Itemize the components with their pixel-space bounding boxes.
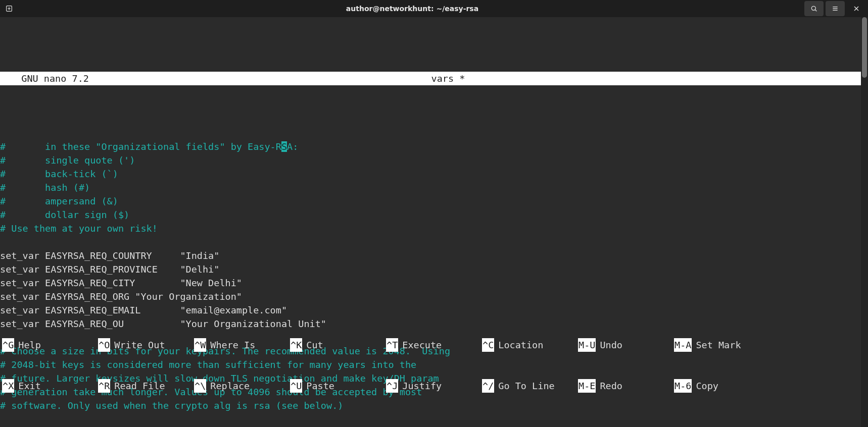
editor-line: set_var EASYRSA_REQ_ORG "Your Organizati…: [0, 290, 868, 303]
nano-shortcut: ^/Go To Line: [482, 379, 578, 393]
shortcut-key: ^K: [290, 338, 302, 352]
shortcut-key: M-A: [674, 338, 692, 352]
nano-shortcut: M-ASet Mark: [674, 338, 770, 352]
new-tab-button[interactable]: [0, 1, 18, 16]
editor-line: set_var EASYRSA_REQ_CITY "New Delhi": [0, 276, 868, 290]
nano-shortcut: M-ERedo: [578, 379, 674, 393]
nano-shortcut: ^WWhere Is: [194, 338, 290, 352]
nano-file-name: vars *: [28, 72, 868, 85]
nano-shortcut: ^TExecute: [386, 338, 482, 352]
nano-shortcut: ^\Replace: [194, 379, 290, 393]
shortcut-desc: Read File: [114, 379, 165, 393]
nano-shortcut: ^XExit: [2, 379, 98, 393]
shortcut-desc: Redo: [600, 379, 622, 393]
svg-line-4: [815, 10, 816, 11]
nano-shortcut: ^RRead File: [98, 379, 194, 393]
close-window-button[interactable]: [847, 1, 866, 16]
nano-shortcut: ^GHelp: [2, 338, 98, 352]
shortcut-key: ^T: [386, 338, 398, 352]
nano-header-bar: GNU nano 7.2 vars *: [0, 72, 868, 85]
editor-line: # Use them at your own risk!: [0, 222, 868, 235]
scrollbar-track[interactable]: [861, 17, 868, 427]
scrollbar-thumb[interactable]: [862, 17, 867, 78]
shortcut-key: ^/: [482, 379, 494, 393]
shortcut-key: ^J: [386, 379, 398, 393]
shortcut-key: ^X: [2, 379, 14, 393]
shortcut-desc: Write Out: [114, 338, 165, 352]
nano-shortcut: ^KCut: [290, 338, 386, 352]
search-icon: [810, 5, 818, 13]
shortcut-desc: Justify: [402, 379, 442, 393]
editor-line: # single quote ('): [0, 153, 868, 167]
editor-line: set_var EASYRSA_REQ_COUNTRY "India": [0, 249, 868, 262]
editor-line: # in these "Organizational fields" by Ea…: [0, 140, 868, 153]
shortcut-desc: Undo: [600, 338, 622, 352]
shortcut-desc: Location: [498, 338, 543, 352]
editor-line: # dollar sign ($): [0, 208, 868, 222]
svg-point-3: [811, 6, 815, 10]
shortcut-desc: Exit: [18, 379, 41, 393]
nano-shortcut: ^CLocation: [482, 338, 578, 352]
search-button[interactable]: [804, 1, 824, 16]
terminal-area[interactable]: GNU nano 7.2 vars * # in these "Organiza…: [0, 17, 868, 427]
shortcut-key: ^U: [290, 379, 302, 393]
shortcut-key: ^R: [98, 379, 110, 393]
editor-line: # ampersand (&): [0, 194, 868, 208]
shortcut-key: ^\: [194, 379, 206, 393]
shortcut-key: M-6: [674, 379, 692, 393]
shortcut-desc: Copy: [696, 379, 718, 393]
window-titlebar: author@networkhunt: ~/easy-rsa: [0, 0, 868, 17]
shortcut-desc: Paste: [306, 379, 334, 393]
hamburger-icon: [831, 5, 839, 13]
text-cursor: S: [281, 141, 287, 152]
nano-shortcut: ^UPaste: [290, 379, 386, 393]
nano-shortcut-row-2: ^XExit^RRead File^\Replace^UPaste^JJusti…: [0, 379, 868, 393]
nano-shortcut: M-UUndo: [578, 338, 674, 352]
hamburger-menu-button[interactable]: [826, 1, 845, 16]
shortcut-desc: Replace: [210, 379, 250, 393]
nano-shortcut: M-6Copy: [674, 379, 770, 393]
shortcut-desc: Go To Line: [498, 379, 554, 393]
new-tab-icon: [5, 5, 13, 13]
nano-shortcut-row-1: ^GHelp^OWrite Out^WWhere Is^KCut^TExecut…: [0, 338, 868, 352]
nano-shortcut: ^OWrite Out: [98, 338, 194, 352]
shortcut-key: ^C: [482, 338, 494, 352]
editor-line: # hash (#): [0, 181, 868, 194]
shortcut-key: M-E: [578, 379, 596, 393]
window-title: author@networkhunt: ~/easy-rsa: [20, 2, 804, 16]
shortcut-key: ^G: [2, 338, 14, 352]
shortcut-key: ^O: [98, 338, 110, 352]
editor-line: [0, 235, 868, 249]
shortcut-desc: Where Is: [210, 338, 255, 352]
shortcut-desc: Cut: [306, 338, 323, 352]
shortcut-key: ^W: [194, 338, 206, 352]
close-icon: [852, 5, 860, 13]
editor-line: set_var EASYRSA_REQ_PROVINCE "Delhi": [0, 262, 868, 276]
nano-shortcut-bar: ^GHelp^OWrite Out^WWhere Is^KCut^TExecut…: [0, 311, 868, 420]
shortcut-desc: Set Mark: [696, 338, 741, 352]
nano-shortcut: ^JJustify: [386, 379, 482, 393]
shortcut-desc: Help: [18, 338, 41, 352]
editor-line: # back-tick (`): [0, 167, 868, 181]
shortcut-desc: Execute: [402, 338, 442, 352]
shortcut-key: M-U: [578, 338, 596, 352]
